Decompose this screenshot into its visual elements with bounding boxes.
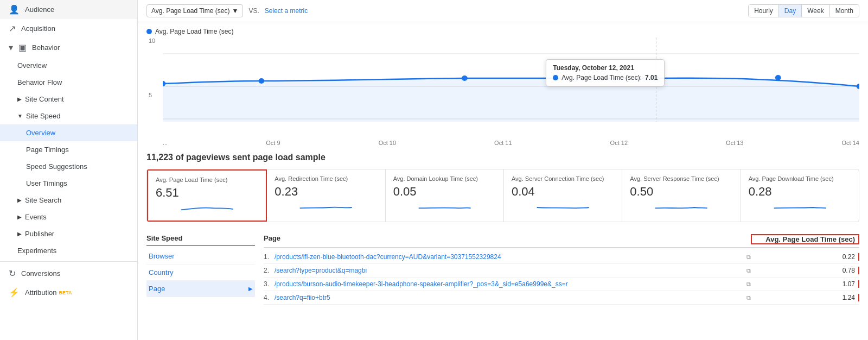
right-table-header: Page Avg. Page Load Time (sec) — [264, 231, 859, 248]
sidebar-item-ss-overview[interactable]: Overview — [0, 124, 137, 141]
left-table-header: Site Speed — [146, 231, 255, 246]
time-btn-week[interactable]: Week — [801, 5, 829, 17]
sidebar-item-speed-suggestions[interactable]: Speed Suggestions — [0, 158, 137, 175]
left-table-item-browser[interactable]: Browser — [146, 248, 255, 265]
stat-card-3: Avg. Server Connection Time (sec) 0.04 — [504, 169, 622, 222]
sidebar-item-audience[interactable]: 👤 Audience — [0, 0, 137, 19]
sidebar-item-site-search[interactable]: ▶ Site Search — [0, 192, 137, 209]
row-num-0: 1. — [264, 253, 275, 261]
dropdown-arrow-icon: ▼ — [232, 7, 239, 15]
right-table: Page Avg. Page Load Time (sec) 1. /produ… — [264, 231, 859, 305]
sparkline-2 — [393, 201, 496, 214]
row-num-2: 3. — [264, 280, 275, 288]
table-row: 4. /search?q=fiio+btr5 ⧉ 1.24 — [264, 291, 859, 305]
sidebar: 👤 Audience ↗ Acquisition ▾ ▣ Behavior Ov… — [0, 0, 138, 340]
time-btn-day[interactable]: Day — [778, 5, 801, 17]
sidebar-item-acquisition[interactable]: ↗ Acquisition — [0, 19, 137, 38]
row-value-0: 0.22 — [755, 253, 859, 261]
chevron-right-icon3: ▶ — [17, 214, 22, 220]
metric-dropdown[interactable]: Avg. Page Load Time (sec) ▼ — [146, 4, 243, 17]
left-table-item-country[interactable]: Country — [146, 265, 255, 281]
stat-value-2: 0.05 — [393, 185, 496, 199]
stat-label-3: Avg. Server Connection Time (sec) — [512, 175, 614, 182]
svg-point-7 — [775, 75, 781, 80]
rt-col-value-header: Avg. Page Load Time (sec) — [751, 234, 859, 244]
chart-container: 10 5 — [146, 37, 859, 146]
attribution-icon: ⚡ — [9, 287, 20, 298]
chevron-down-icon: ▼ — [17, 113, 23, 119]
audience-icon: 👤 — [9, 4, 20, 15]
y-axis-labels: 10 5 — [146, 37, 157, 146]
row-link-2[interactable]: /products/burson-audio-timekeeper-3i-hea… — [275, 280, 742, 288]
sidebar-item-user-timings[interactable]: User Timings — [0, 175, 137, 192]
row-value-2: 1.07 — [755, 280, 859, 288]
time-btn-month[interactable]: Month — [829, 5, 859, 17]
beta-badge: BETA — [59, 290, 72, 295]
stats-title: 11,223 of pageviews sent page load sampl… — [146, 153, 859, 162]
sidebar-item-site-speed[interactable]: ▼ Site Speed — [0, 108, 137, 124]
stat-card-5: Avg. Page Download Time (sec) 0.28 — [741, 169, 859, 222]
row-link-0[interactable]: /products/ifi-zen-blue-bluetooth-dac?cur… — [275, 253, 742, 261]
stat-card-1: Avg. Redirection Time (sec) 0.23 — [267, 169, 385, 222]
time-button-group: Hourly Day Week Month — [748, 4, 859, 17]
stat-card-0: Avg. Page Load Time (sec) 6.51 — [147, 169, 267, 222]
sidebar-item-behavior-flow[interactable]: Behavior Flow — [0, 74, 137, 91]
chevron-right-icon4: ▶ — [17, 231, 22, 237]
stat-label-0: Avg. Page Load Time (sec) — [156, 176, 258, 184]
chart-svg: Tuesday, October 12, 2021 Avg. Page Load… — [163, 37, 859, 135]
chart-tooltip: Tuesday, October 12, 2021 Avg. Page Load… — [546, 59, 665, 86]
main-content: Avg. Page Load Time (sec) ▼ VS. Select a… — [138, 0, 868, 340]
sparkline-5 — [749, 201, 851, 214]
sidebar-item-behavior[interactable]: ▾ ▣ Behavior — [0, 38, 137, 57]
left-table-item-page[interactable]: Page ▶ — [146, 281, 255, 297]
stat-card-2: Avg. Domain Lookup Time (sec) 0.05 — [386, 169, 504, 222]
sidebar-item-attribution[interactable]: ⚡ Attribution BETA — [0, 283, 137, 302]
row-link-1[interactable]: /search?type=product&q=magbi — [275, 267, 742, 274]
copy-icon-0[interactable]: ⧉ — [746, 254, 751, 261]
sidebar-item-overview[interactable]: Overview — [0, 57, 137, 74]
acquisition-icon: ↗ — [9, 23, 16, 34]
sidebar-item-events[interactable]: ▶ Events — [0, 209, 137, 225]
row-num-1: 2. — [264, 267, 275, 274]
stat-value-5: 0.28 — [749, 185, 851, 199]
sparkline-1 — [275, 201, 377, 214]
sidebar-item-conversions[interactable]: ↻ Conversions — [0, 264, 137, 283]
stat-value-0: 6.51 — [156, 186, 258, 200]
time-btn-hourly[interactable]: Hourly — [749, 5, 778, 17]
row-link-3[interactable]: /search?q=fiio+btr5 — [275, 294, 742, 301]
sidebar-item-site-content[interactable]: ▶ Site Content — [0, 91, 137, 108]
stat-value-3: 0.04 — [512, 185, 614, 199]
copy-icon-1[interactable]: ⧉ — [746, 267, 751, 274]
sidebar-divider — [0, 261, 137, 262]
table-row: 3. /products/burson-audio-timekeeper-3i-… — [264, 278, 859, 291]
copy-icon-3[interactable]: ⧉ — [746, 294, 751, 301]
sidebar-item-experiments[interactable]: Experiments — [0, 242, 137, 259]
table-row: 2. /search?type=product&q=magbi ⧉ 0.78 — [264, 264, 859, 278]
select-metric-link[interactable]: Select a metric — [265, 7, 308, 15]
chart-legend: Avg. Page Load Time (sec) — [146, 28, 859, 35]
stat-value-1: 0.23 — [275, 185, 377, 199]
legend-dot — [146, 29, 152, 34]
stat-label-4: Avg. Server Response Time (sec) — [630, 175, 732, 182]
svg-point-4 — [259, 78, 265, 84]
chevron-right-icon5: ▶ — [248, 286, 253, 292]
tooltip-color-dot — [553, 75, 558, 80]
topbar: Avg. Page Load Time (sec) ▼ VS. Select a… — [138, 0, 868, 22]
line-chart-svg — [163, 37, 859, 135]
stat-label-5: Avg. Page Download Time (sec) — [749, 175, 851, 182]
sparkline-3 — [512, 201, 614, 214]
copy-icon-2[interactable]: ⧉ — [746, 281, 751, 288]
chart-area: Avg. Page Load Time (sec) 10 5 — [138, 22, 868, 146]
sparkline-0 — [156, 202, 258, 215]
chevron-right-icon2: ▶ — [17, 197, 22, 203]
conversions-icon: ↻ — [9, 268, 16, 279]
rt-col-page-header: Page — [264, 234, 751, 244]
row-num-3: 4. — [264, 294, 275, 301]
table-row: 1. /products/ifi-zen-blue-bluetooth-dac?… — [264, 250, 859, 264]
sidebar-item-page-timings[interactable]: Page Timings — [0, 141, 137, 158]
behavior-icon: ▾ — [9, 42, 13, 53]
stats-section: 11,223 of pageviews sent page load sampl… — [138, 146, 868, 226]
left-table: Site Speed Browser Country Page ▶ — [146, 231, 255, 305]
row-value-1: 0.78 — [755, 267, 859, 274]
sidebar-item-publisher[interactable]: ▶ Publisher — [0, 225, 137, 242]
